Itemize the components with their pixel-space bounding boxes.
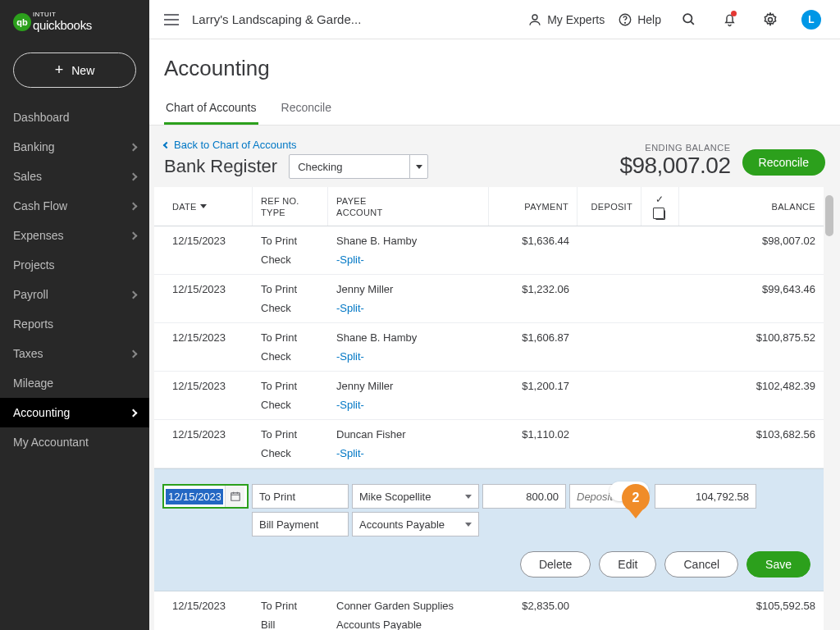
- save-button[interactable]: Save: [746, 551, 810, 578]
- help-icon: [618, 12, 632, 27]
- tab-reconcile[interactable]: Reconcile: [280, 93, 333, 125]
- cell-deposit: [578, 328, 641, 347]
- sidebar-item-banking[interactable]: Banking: [0, 132, 149, 162]
- back-link-label: Back to Chart of Accounts: [174, 139, 297, 151]
- cell-date: 12/15/2023: [154, 280, 253, 299]
- payee-input[interactable]: Mike Scopellite: [352, 484, 479, 509]
- cell-payment: $2,835.00: [489, 596, 578, 615]
- register-title: Bank Register: [164, 156, 277, 177]
- sidebar-item-payroll[interactable]: Payroll: [0, 280, 149, 309]
- cell-balance: $98,007.02: [679, 231, 824, 250]
- svg-rect-5: [231, 493, 240, 500]
- cell-balance: $100,875.52: [679, 328, 824, 347]
- sidebar-item-reports[interactable]: Reports: [0, 309, 149, 339]
- table-row[interactable]: 12/15/2023 To Print Shane B. Hamby $1,60…: [154, 323, 824, 372]
- cell-deposit: [578, 596, 641, 615]
- sidebar-item-label: Expenses: [13, 229, 63, 242]
- sidebar-item-label: Dashboard: [13, 111, 70, 124]
- table-row[interactable]: 12/15/2023 To Print Duncan Fisher $1,110…: [154, 420, 824, 468]
- sidebar-item-accounting[interactable]: Accounting: [0, 398, 149, 427]
- user-avatar[interactable]: L: [797, 6, 825, 34]
- calendar-icon[interactable]: [225, 486, 244, 507]
- account-input[interactable]: Accounts Payable: [352, 512, 479, 536]
- type-input[interactable]: Bill Payment: [252, 512, 349, 536]
- scrollbar[interactable]: [824, 187, 835, 630]
- notification-dot: [731, 11, 737, 16]
- topbar: Larry's Landscaping & Garde... My Expert…: [149, 0, 840, 39]
- sidebar-item-dashboard[interactable]: Dashboard: [0, 103, 149, 132]
- balance-value: $98,007.02: [619, 153, 730, 179]
- delete-button[interactable]: Delete: [520, 551, 591, 578]
- chevron-right-icon: [130, 231, 138, 240]
- date-input-field[interactable]: [166, 489, 223, 504]
- sidebar: qb INTUIT quickbooks + New DashboardBank…: [0, 0, 149, 630]
- sidebar-item-expenses[interactable]: Expenses: [0, 221, 149, 250]
- notifications-button[interactable]: [715, 6, 743, 34]
- settings-button[interactable]: [756, 6, 784, 34]
- col-ref: REF NO.TYPE: [253, 187, 328, 226]
- new-button[interactable]: + New: [13, 52, 136, 88]
- cell-payment: $1,232.06: [489, 280, 578, 299]
- search-icon: [681, 11, 696, 27]
- tab-chart-of-accounts[interactable]: Chart of Accounts: [164, 93, 258, 125]
- table-row[interactable]: 12/15/2023 To Print Shane B. Hamby $1,63…: [154, 226, 824, 275]
- search-button[interactable]: [674, 6, 702, 34]
- cell-payee: Shane B. Hamby: [328, 231, 489, 250]
- cell-balance: $102,482.39: [679, 377, 824, 395]
- chevron-right-icon: [130, 409, 138, 417]
- account-select[interactable]: [289, 154, 428, 179]
- scroll-thumb[interactable]: [825, 195, 833, 236]
- table-row[interactable]: 12/15/2023 To Print Conner Garden Suppli…: [154, 591, 824, 630]
- sidebar-item-label: Mileage: [13, 377, 53, 390]
- cell-type: Check: [253, 250, 328, 269]
- sidebar-item-mileage[interactable]: Mileage: [0, 368, 149, 398]
- cell-type: Check: [253, 444, 328, 463]
- help-link[interactable]: Help: [618, 12, 661, 27]
- avatar-letter: L: [801, 10, 821, 30]
- sidebar-item-cash-flow[interactable]: Cash Flow: [0, 191, 149, 221]
- cell-account[interactable]: -Split-: [328, 250, 489, 269]
- hamburger-icon[interactable]: [164, 14, 179, 25]
- plus-icon: +: [55, 62, 64, 79]
- sidebar-item-projects[interactable]: Projects: [0, 250, 149, 280]
- edit-row: To Print Mike Scopellite 800.00 104,792.…: [154, 468, 824, 591]
- edit-button[interactable]: Edit: [599, 551, 656, 578]
- chevron-down-icon: [465, 523, 472, 527]
- cell-type: Check: [253, 347, 328, 366]
- payment-input[interactable]: 800.00: [482, 484, 566, 509]
- table-row[interactable]: 12/15/2023 To Print Jenny Miller $1,232.…: [154, 275, 824, 323]
- account-select-value[interactable]: [290, 161, 409, 173]
- col-payment: PAYMENT: [489, 187, 578, 226]
- back-link[interactable]: Back to Chart of Accounts: [164, 139, 428, 151]
- company-name[interactable]: Larry's Landscaping & Garde...: [192, 12, 361, 26]
- my-experts-link[interactable]: My Experts: [527, 12, 605, 27]
- date-input[interactable]: [162, 484, 249, 509]
- ref-input[interactable]: To Print: [252, 484, 349, 509]
- cell-deposit: [578, 377, 641, 395]
- cell-account[interactable]: -Split-: [328, 347, 489, 366]
- col-payee: PAYEEACCOUNT: [328, 187, 489, 226]
- cell-type: Check: [253, 299, 328, 317]
- cell-account[interactable]: -Split-: [328, 444, 489, 463]
- help-label: Help: [637, 13, 661, 26]
- cell-date: 12/15/2023: [154, 377, 253, 395]
- sidebar-item-my-accountant[interactable]: My Accountant: [0, 427, 149, 457]
- cell-account[interactable]: -Split-: [328, 299, 489, 317]
- gear-icon: [762, 11, 778, 28]
- reconcile-button[interactable]: Reconcile: [742, 149, 825, 176]
- cancel-button[interactable]: Cancel: [664, 551, 738, 578]
- cell-status: [641, 231, 679, 250]
- sidebar-item-label: Payroll: [13, 288, 48, 301]
- col-date[interactable]: DATE: [154, 187, 253, 226]
- sidebar-item-taxes[interactable]: Taxes: [0, 339, 149, 368]
- sidebar-item-label: Cash Flow: [13, 199, 67, 212]
- cell-payee: Shane B. Hamby: [328, 328, 489, 347]
- chevron-down-icon[interactable]: [409, 155, 427, 178]
- sidebar-item-sales[interactable]: Sales: [0, 162, 149, 191]
- cell-account[interactable]: -Split-: [328, 395, 489, 414]
- table-row[interactable]: 12/15/2023 To Print Jenny Miller $1,200.…: [154, 372, 824, 420]
- cell-status: [641, 377, 679, 395]
- person-icon: [527, 12, 542, 27]
- cell-ref: To Print: [253, 596, 328, 615]
- chevron-right-icon: [130, 202, 138, 210]
